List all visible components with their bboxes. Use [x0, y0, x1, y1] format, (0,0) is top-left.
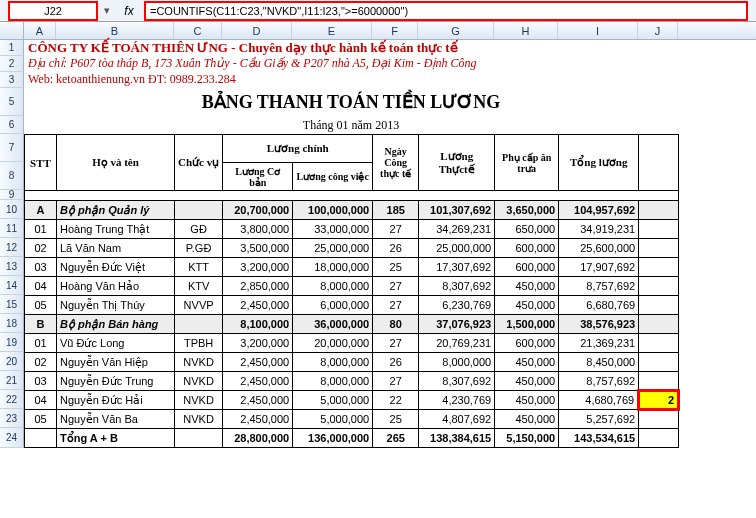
row-header-12[interactable]: 12 [0, 238, 24, 257]
cell[interactable] [639, 315, 679, 334]
cell[interactable]: 600,000 [495, 239, 559, 258]
cell[interactable]: 27 [373, 296, 419, 315]
cell[interactable]: 03 [25, 372, 57, 391]
cell[interactable]: 8,100,000 [223, 315, 293, 334]
col-header-H[interactable]: H [494, 22, 558, 39]
cell[interactable]: 5,000,000 [293, 410, 373, 429]
cell[interactable]: 03 [25, 258, 57, 277]
cell[interactable]: KTV [175, 277, 223, 296]
col-header-B[interactable]: B [56, 22, 174, 39]
cell[interactable]: 6,680,769 [559, 296, 639, 315]
cell[interactable]: 38,576,923 [559, 315, 639, 334]
col-header-I[interactable]: I [558, 22, 638, 39]
table-row[interactable]: 02Nguyễn Văn HiệpNVKD2,450,0008,000,0002… [25, 353, 679, 372]
cell[interactable]: Nguyễn Văn Hiệp [57, 353, 175, 372]
cell[interactable]: 3,200,000 [223, 334, 293, 353]
cell[interactable]: 05 [25, 410, 57, 429]
formula-input[interactable]: =COUNTIFS(C11:C23,"NVKD",I11:I23,">=6000… [144, 1, 748, 21]
cell[interactable]: 27 [373, 277, 419, 296]
fx-icon[interactable]: fx [114, 4, 144, 18]
cell[interactable]: 80 [373, 315, 419, 334]
cell[interactable]: TPBH [175, 334, 223, 353]
cell[interactable] [175, 315, 223, 334]
col-header-E[interactable]: E [292, 22, 372, 39]
row-header-7[interactable]: 7 [0, 134, 24, 162]
cell[interactable]: 2,450,000 [223, 391, 293, 410]
cell[interactable] [639, 239, 679, 258]
cell[interactable]: 01 [25, 334, 57, 353]
cell[interactable]: 4,680,769 [559, 391, 639, 410]
cell[interactable]: 04 [25, 277, 57, 296]
cell[interactable]: 4,230,769 [419, 391, 495, 410]
cell[interactable]: 450,000 [495, 277, 559, 296]
row-header-20[interactable]: 20 [0, 352, 24, 371]
th-ngaycong[interactable]: Ngày Công thực tế [373, 135, 419, 191]
cell[interactable]: 5,000,000 [293, 391, 373, 410]
cell[interactable]: 8,757,692 [559, 277, 639, 296]
cell[interactable]: 05 [25, 296, 57, 315]
cell[interactable] [639, 220, 679, 239]
cell[interactable]: 2 [639, 391, 679, 410]
cell[interactable]: 100,000,000 [293, 201, 373, 220]
cell[interactable] [639, 201, 679, 220]
col-header-A[interactable]: A [24, 22, 56, 39]
cell[interactable]: 20,769,231 [419, 334, 495, 353]
cell[interactable]: 6,000,000 [293, 296, 373, 315]
cell[interactable] [639, 429, 679, 448]
cell[interactable]: 25 [373, 258, 419, 277]
cell[interactable]: P.GĐ [175, 239, 223, 258]
row-header-18[interactable]: 18 [0, 314, 24, 333]
cell[interactable]: 22 [373, 391, 419, 410]
cell[interactable]: 2,450,000 [223, 296, 293, 315]
row-header-19[interactable]: 19 [0, 333, 24, 352]
cell[interactable] [639, 334, 679, 353]
row-header-24[interactable]: 24 [0, 428, 24, 448]
cell[interactable]: Lã Văn Nam [57, 239, 175, 258]
cell[interactable] [639, 353, 679, 372]
cell[interactable]: 143,534,615 [559, 429, 639, 448]
th-extra[interactable] [639, 135, 679, 191]
cell[interactable]: 34,919,231 [559, 220, 639, 239]
name-box-dropdown-icon[interactable]: ▾ [100, 4, 114, 17]
cell[interactable]: 600,000 [495, 258, 559, 277]
cell[interactable]: 104,957,692 [559, 201, 639, 220]
cell[interactable]: 138,384,615 [419, 429, 495, 448]
cell[interactable]: 5,150,000 [495, 429, 559, 448]
cell[interactable]: 8,000,000 [293, 353, 373, 372]
cell[interactable]: 3,800,000 [223, 220, 293, 239]
row-header-9[interactable]: 9 [0, 190, 24, 200]
cell[interactable]: 02 [25, 353, 57, 372]
row-header-5[interactable]: 5 [0, 88, 24, 116]
cell[interactable] [25, 429, 57, 448]
cell[interactable]: 1,500,000 [495, 315, 559, 334]
table-row[interactable]: 02Lã Văn NamP.GĐ3,500,00025,000,0002625,… [25, 239, 679, 258]
col-header-D[interactable]: D [222, 22, 292, 39]
th-tongluong[interactable]: Tổng lương [559, 135, 639, 191]
cell[interactable]: 18,000,000 [293, 258, 373, 277]
cell[interactable]: 265 [373, 429, 419, 448]
table-row[interactable]: 05Nguyễn Thị ThúyNVVP2,450,0006,000,0002… [25, 296, 679, 315]
cell[interactable]: 3,650,000 [495, 201, 559, 220]
col-header-C[interactable]: C [174, 22, 222, 39]
cell[interactable]: 2,450,000 [223, 353, 293, 372]
cell[interactable]: 450,000 [495, 372, 559, 391]
th-phucap[interactable]: Phụ cấp ăn trưa [495, 135, 559, 191]
cell[interactable]: 01 [25, 220, 57, 239]
cell[interactable] [639, 410, 679, 429]
table-row[interactable]: 04Nguyễn Đức HảiNVKD2,450,0005,000,00022… [25, 391, 679, 410]
cell[interactable]: 27 [373, 372, 419, 391]
cell[interactable]: 2,450,000 [223, 372, 293, 391]
table-row[interactable]: 04Hoàng Văn HảoKTV2,850,0008,000,000278,… [25, 277, 679, 296]
cell[interactable]: 26 [373, 353, 419, 372]
table-row[interactable]: 05Nguyễn Văn BaNVKD2,450,0005,000,000254… [25, 410, 679, 429]
cell[interactable]: 450,000 [495, 410, 559, 429]
cell[interactable]: KTT [175, 258, 223, 277]
table-row[interactable]: ABộ phận Quản lý20,700,000100,000,000185… [25, 201, 679, 220]
row-header-14[interactable]: 14 [0, 276, 24, 295]
th-luongcoban[interactable]: Lương Cơ bản [223, 163, 293, 191]
cell[interactable]: 27 [373, 220, 419, 239]
cell[interactable]: 450,000 [495, 391, 559, 410]
row-header-2[interactable]: 2 [0, 56, 24, 72]
cell[interactable]: 37,076,923 [419, 315, 495, 334]
th-luongchinh[interactable]: Lương chính [223, 135, 373, 163]
